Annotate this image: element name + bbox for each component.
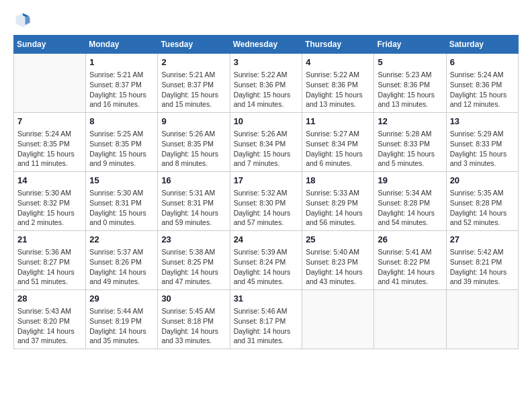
logo-icon xyxy=(13,11,32,30)
day-number: 1 xyxy=(89,56,154,68)
day-number: 26 xyxy=(378,234,442,246)
day-info: Sunrise: 5:37 AM Sunset: 8:26 PM Dayligh… xyxy=(89,247,154,287)
calendar-cell xyxy=(302,290,374,349)
calendar-cell: 20Sunrise: 5:35 AM Sunset: 8:28 PM Dayli… xyxy=(446,172,518,231)
day-number: 28 xyxy=(17,293,82,305)
day-number: 4 xyxy=(306,56,370,68)
calendar-cell: 16Sunrise: 5:31 AM Sunset: 8:31 PM Dayli… xyxy=(158,172,230,231)
header-monday: Monday xyxy=(86,36,158,54)
day-number: 21 xyxy=(17,234,82,246)
calendar-cell: 30Sunrise: 5:45 AM Sunset: 8:18 PM Dayli… xyxy=(158,290,230,349)
calendar-cell: 24Sunrise: 5:39 AM Sunset: 8:24 PM Dayli… xyxy=(230,231,302,290)
calendar-cell: 29Sunrise: 5:44 AM Sunset: 8:19 PM Dayli… xyxy=(86,290,158,349)
calendar-cell: 3Sunrise: 5:22 AM Sunset: 8:36 PM Daylig… xyxy=(230,54,302,113)
day-info: Sunrise: 5:44 AM Sunset: 8:19 PM Dayligh… xyxy=(89,306,154,346)
calendar-cell: 6Sunrise: 5:24 AM Sunset: 8:36 PM Daylig… xyxy=(446,54,518,113)
day-info: Sunrise: 5:22 AM Sunset: 8:36 PM Dayligh… xyxy=(306,70,370,109)
day-number: 7 xyxy=(17,116,82,128)
day-info: Sunrise: 5:32 AM Sunset: 8:30 PM Dayligh… xyxy=(234,188,299,228)
day-number: 31 xyxy=(234,293,299,305)
calendar-week-row: 1Sunrise: 5:21 AM Sunset: 8:37 PM Daylig… xyxy=(14,54,519,113)
calendar-cell: 13Sunrise: 5:29 AM Sunset: 8:33 PM Dayli… xyxy=(446,113,518,172)
day-info: Sunrise: 5:33 AM Sunset: 8:29 PM Dayligh… xyxy=(306,188,370,228)
day-number: 13 xyxy=(450,116,515,128)
calendar-cell: 14Sunrise: 5:30 AM Sunset: 8:32 PM Dayli… xyxy=(14,172,86,231)
calendar-cell: 4Sunrise: 5:22 AM Sunset: 8:36 PM Daylig… xyxy=(302,54,374,113)
day-number: 6 xyxy=(450,56,515,68)
day-info: Sunrise: 5:27 AM Sunset: 8:34 PM Dayligh… xyxy=(306,129,370,169)
calendar-cell: 25Sunrise: 5:40 AM Sunset: 8:23 PM Dayli… xyxy=(302,231,374,290)
calendar-cell: 18Sunrise: 5:33 AM Sunset: 8:29 PM Dayli… xyxy=(302,172,374,231)
day-info: Sunrise: 5:24 AM Sunset: 8:35 PM Dayligh… xyxy=(17,129,82,169)
day-number: 10 xyxy=(234,116,299,128)
calendar-cell: 10Sunrise: 5:26 AM Sunset: 8:34 PM Dayli… xyxy=(230,113,302,172)
day-number: 15 xyxy=(89,175,154,187)
day-info: Sunrise: 5:41 AM Sunset: 8:22 PM Dayligh… xyxy=(378,247,442,287)
day-info: Sunrise: 5:35 AM Sunset: 8:28 PM Dayligh… xyxy=(450,188,515,228)
day-info: Sunrise: 5:34 AM Sunset: 8:28 PM Dayligh… xyxy=(378,188,442,228)
calendar-week-row: 28Sunrise: 5:43 AM Sunset: 8:20 PM Dayli… xyxy=(14,290,519,349)
day-info: Sunrise: 5:36 AM Sunset: 8:27 PM Dayligh… xyxy=(17,247,82,287)
day-info: Sunrise: 5:25 AM Sunset: 8:35 PM Dayligh… xyxy=(89,129,154,169)
day-info: Sunrise: 5:38 AM Sunset: 8:25 PM Dayligh… xyxy=(161,247,226,287)
day-info: Sunrise: 5:42 AM Sunset: 8:21 PM Dayligh… xyxy=(450,247,515,287)
day-info: Sunrise: 5:30 AM Sunset: 8:31 PM Dayligh… xyxy=(89,188,154,228)
header-wednesday: Wednesday xyxy=(230,36,302,54)
day-number: 24 xyxy=(234,234,299,246)
calendar-week-row: 14Sunrise: 5:30 AM Sunset: 8:32 PM Dayli… xyxy=(14,172,519,231)
calendar-cell: 21Sunrise: 5:36 AM Sunset: 8:27 PM Dayli… xyxy=(14,231,86,290)
day-info: Sunrise: 5:40 AM Sunset: 8:23 PM Dayligh… xyxy=(306,247,370,287)
day-info: Sunrise: 5:39 AM Sunset: 8:24 PM Dayligh… xyxy=(234,247,299,287)
day-number: 30 xyxy=(161,293,226,305)
calendar-cell: 12Sunrise: 5:28 AM Sunset: 8:33 PM Dayli… xyxy=(374,113,446,172)
calendar-cell: 5Sunrise: 5:23 AM Sunset: 8:36 PM Daylig… xyxy=(374,54,446,113)
day-info: Sunrise: 5:22 AM Sunset: 8:36 PM Dayligh… xyxy=(234,70,299,109)
header-sunday: Sunday xyxy=(14,36,86,54)
calendar-cell: 1Sunrise: 5:21 AM Sunset: 8:37 PM Daylig… xyxy=(86,54,158,113)
day-number: 27 xyxy=(450,234,515,246)
calendar-cell: 23Sunrise: 5:38 AM Sunset: 8:25 PM Dayli… xyxy=(158,231,230,290)
calendar-cell: 19Sunrise: 5:34 AM Sunset: 8:28 PM Dayli… xyxy=(374,172,446,231)
day-number: 19 xyxy=(378,175,442,187)
header-saturday: Saturday xyxy=(446,36,518,54)
day-info: Sunrise: 5:26 AM Sunset: 8:34 PM Dayligh… xyxy=(234,129,299,169)
day-number: 16 xyxy=(161,175,226,187)
day-number: 5 xyxy=(378,56,442,68)
calendar-cell: 8Sunrise: 5:25 AM Sunset: 8:35 PM Daylig… xyxy=(86,113,158,172)
day-number: 2 xyxy=(161,56,226,68)
day-number: 8 xyxy=(89,116,154,128)
logo xyxy=(13,11,35,30)
calendar-cell: 9Sunrise: 5:26 AM Sunset: 8:35 PM Daylig… xyxy=(158,113,230,172)
day-info: Sunrise: 5:23 AM Sunset: 8:36 PM Dayligh… xyxy=(378,70,442,109)
day-info: Sunrise: 5:45 AM Sunset: 8:18 PM Dayligh… xyxy=(161,306,226,346)
day-number: 22 xyxy=(89,234,154,246)
day-number: 20 xyxy=(450,175,515,187)
calendar-header-row: SundayMondayTuesdayWednesdayThursdayFrid… xyxy=(14,36,519,54)
calendar-cell: 7Sunrise: 5:24 AM Sunset: 8:35 PM Daylig… xyxy=(14,113,86,172)
day-info: Sunrise: 5:30 AM Sunset: 8:32 PM Dayligh… xyxy=(17,188,82,228)
day-number: 17 xyxy=(234,175,299,187)
calendar-cell: 15Sunrise: 5:30 AM Sunset: 8:31 PM Dayli… xyxy=(86,172,158,231)
calendar-cell: 11Sunrise: 5:27 AM Sunset: 8:34 PM Dayli… xyxy=(302,113,374,172)
day-number: 11 xyxy=(306,116,370,128)
day-info: Sunrise: 5:29 AM Sunset: 8:33 PM Dayligh… xyxy=(450,129,515,169)
day-number: 23 xyxy=(161,234,226,246)
day-number: 3 xyxy=(234,56,299,68)
day-info: Sunrise: 5:43 AM Sunset: 8:20 PM Dayligh… xyxy=(17,306,82,346)
day-info: Sunrise: 5:28 AM Sunset: 8:33 PM Dayligh… xyxy=(378,129,442,169)
day-info: Sunrise: 5:24 AM Sunset: 8:36 PM Dayligh… xyxy=(450,70,515,109)
page-header xyxy=(13,11,519,30)
calendar-table: SundayMondayTuesdayWednesdayThursdayFrid… xyxy=(13,35,519,349)
day-info: Sunrise: 5:26 AM Sunset: 8:35 PM Dayligh… xyxy=(161,129,226,169)
day-info: Sunrise: 5:21 AM Sunset: 8:37 PM Dayligh… xyxy=(161,70,226,109)
calendar-cell xyxy=(14,54,86,113)
day-number: 12 xyxy=(378,116,442,128)
day-number: 14 xyxy=(17,175,82,187)
calendar-cell: 2Sunrise: 5:21 AM Sunset: 8:37 PM Daylig… xyxy=(158,54,230,113)
calendar-cell xyxy=(374,290,446,349)
calendar-cell: 26Sunrise: 5:41 AM Sunset: 8:22 PM Dayli… xyxy=(374,231,446,290)
header-thursday: Thursday xyxy=(302,36,374,54)
day-number: 9 xyxy=(161,116,226,128)
calendar-week-row: 7Sunrise: 5:24 AM Sunset: 8:35 PM Daylig… xyxy=(14,113,519,172)
day-info: Sunrise: 5:31 AM Sunset: 8:31 PM Dayligh… xyxy=(161,188,226,228)
